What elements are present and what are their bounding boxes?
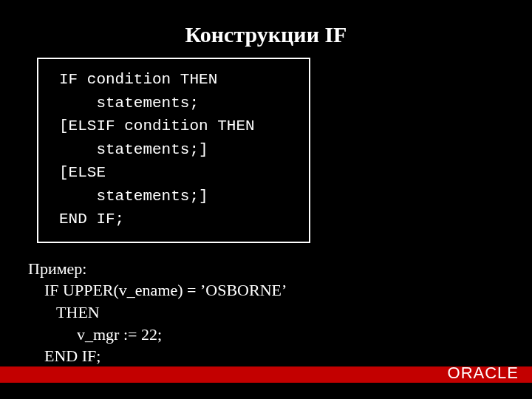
slide-title: Конструкции IF — [0, 0, 532, 58]
example-block: Пример: IF UPPER(v_ename) = ’OSBORNE’ TH… — [28, 258, 532, 367]
syntax-code-block: IF condition THEN statements; [ELSIF con… — [37, 58, 310, 243]
footer: ORACLE — [0, 366, 532, 383]
brand-logo: ORACLE — [448, 364, 519, 383]
